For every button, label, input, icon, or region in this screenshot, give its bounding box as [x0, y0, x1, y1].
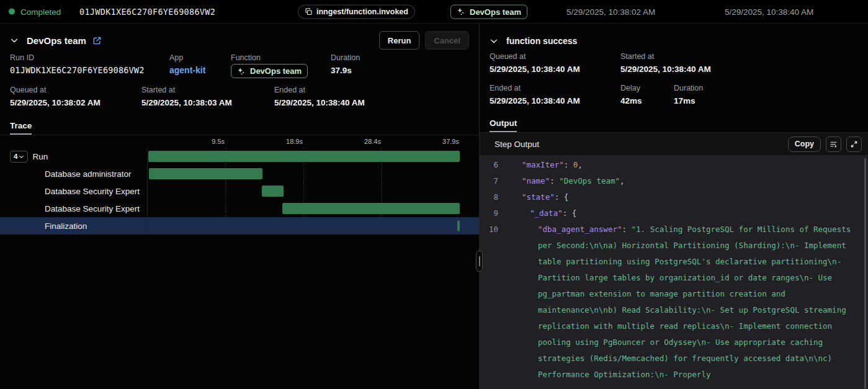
- expand-icon[interactable]: [846, 136, 862, 152]
- event-badge-label: inngest/function.invoked: [316, 7, 408, 16]
- step-meta-row-2: Ended at 5/29/2025, 10:38:40 AM Delay 42…: [480, 83, 868, 114]
- left-tabs: Trace: [0, 117, 479, 135]
- code-line: 10"dba_agent_answer": "1. Scaling Postgr…: [480, 221, 868, 383]
- ended-at-field: Ended at 5/29/2025, 10:38:40 AM: [274, 86, 365, 109]
- tab-output[interactable]: Output: [490, 118, 517, 132]
- gridline: [303, 217, 304, 235]
- trace-row-timeline: [147, 182, 460, 200]
- trace-row-label-cell: 4Run: [0, 148, 147, 165]
- function-badge[interactable]: DevOps team: [450, 4, 527, 19]
- trace-row-label-cell: Finalization: [0, 217, 147, 235]
- trace-row-label: Run: [32, 152, 48, 161]
- trace-row-label: Database administrator: [45, 169, 132, 179]
- event-badge[interactable]: inngest/function.invoked: [298, 4, 415, 19]
- line-number: 9: [480, 205, 498, 221]
- span-bar[interactable]: [262, 186, 283, 197]
- duration-field: Duration 17ms: [674, 84, 703, 107]
- cancel-button[interactable]: Cancel: [425, 31, 469, 50]
- trace-axis: 9.5s18.9s28.4s37.9s: [0, 137, 479, 148]
- trace-axis-line: [147, 148, 148, 235]
- external-link-icon[interactable]: [92, 36, 102, 45]
- started-at-field: Started at 5/29/2025, 10:38:40 AM: [620, 52, 711, 75]
- duration-value: 37.9s: [331, 65, 360, 76]
- trace-row-label-cell: Database administrator: [0, 165, 147, 182]
- trace-row[interactable]: Database administrator: [0, 165, 479, 182]
- panel-resize-handle[interactable]: [476, 251, 483, 272]
- code-line: 8"state": {: [480, 189, 868, 205]
- run-title: DevOps team: [27, 35, 86, 46]
- copy-button[interactable]: Copy: [788, 136, 821, 152]
- code-line: 9"_data": {: [480, 205, 868, 221]
- gridline: [382, 217, 382, 235]
- run-id-field: Run ID 01JWDK1XE6C270F6YE69086VW2: [10, 53, 145, 76]
- status-label: Completed: [20, 7, 61, 16]
- ended-at-field: Ended at 5/29/2025, 10:38:40 AM: [490, 84, 580, 107]
- run-id-value: 01JWDK1XE6C270F6YE69086VW2: [10, 65, 145, 76]
- trace-row-timeline: [147, 200, 460, 217]
- code-line: 7"name": "DevOps team",: [480, 173, 868, 189]
- gridline: [382, 182, 382, 200]
- trace-row[interactable]: Database Security Expert: [0, 200, 479, 217]
- span-bar[interactable]: [282, 203, 460, 214]
- trace-row[interactable]: Database Security Expert: [0, 182, 479, 200]
- run-meta-row-2: Queued at 5/29/2025, 10:38:02 AM Started…: [0, 84, 479, 117]
- step-title: function success: [506, 36, 577, 46]
- line-number: 10: [480, 221, 498, 383]
- code-scrollbar[interactable]: [864, 158, 866, 389]
- line-number: 7: [480, 173, 498, 189]
- function-field: Function DevOps team: [231, 53, 308, 78]
- run-header-bar: Completed 01JWDK1XE6C270F6YE69086VW2 inn…: [0, 0, 868, 24]
- trace-row-timeline: [147, 217, 460, 235]
- status-dot-icon: [9, 9, 15, 15]
- run-id-text: 01JWDK1XE6C270F6YE69086VW2: [79, 7, 215, 17]
- trace-row-timeline: [147, 148, 460, 165]
- gridline: [303, 182, 304, 200]
- step-meta-row-1: Queued at 5/29/2025, 10:38:40 AM Started…: [480, 51, 868, 83]
- trace-row[interactable]: Finalization: [0, 217, 479, 235]
- trace-chart: 9.5s18.9s28.4s37.9s 4RunDatabase adminis…: [0, 137, 479, 235]
- step-details-panel: function success Queued at 5/29/2025, 10…: [480, 24, 868, 389]
- sparkle-icon: [237, 67, 246, 76]
- trace-row-timeline: [147, 165, 460, 182]
- copy-event-icon: [305, 7, 313, 16]
- trace-tick-label: 18.9s: [286, 138, 303, 145]
- word-wrap-icon[interactable]: [826, 136, 841, 152]
- collapse-chevron-icon[interactable]: [490, 37, 498, 45]
- code-content: "maxIter": 0,: [522, 157, 859, 173]
- expand-steps-button[interactable]: 4: [10, 151, 28, 163]
- gridline: [225, 182, 226, 200]
- app-link[interactable]: agent-kit: [169, 65, 205, 75]
- trace-row-label-cell: Database Security Expert: [0, 200, 147, 217]
- trace-tick-label: 37.9s: [442, 138, 460, 145]
- function-badge-label: DevOps team: [250, 66, 302, 76]
- trace-row-label: Finalization: [45, 221, 87, 231]
- expand-count: 4: [14, 153, 17, 160]
- code-line: 6"maxIter": 0,: [480, 157, 868, 173]
- gridline: [303, 165, 304, 182]
- step-output-title: Step Output: [494, 140, 783, 149]
- gridline: [382, 165, 382, 182]
- code-content: "name": "DevOps team",: [522, 173, 859, 189]
- collapse-chevron-icon[interactable]: [10, 36, 19, 45]
- span-bar[interactable]: [149, 168, 263, 179]
- queued-at-field: Queued at 5/29/2025, 10:38:02 AM: [10, 86, 101, 109]
- trace-row-label: Database Security Expert: [45, 187, 140, 196]
- trace-row-label-cell: Database Security Expert: [0, 182, 147, 200]
- duration-field: Duration 37.9s: [331, 53, 360, 76]
- function-badge-label: DevOps team: [470, 7, 521, 16]
- span-bar[interactable]: [148, 151, 460, 162]
- line-number: 8: [480, 189, 498, 205]
- tab-trace[interactable]: Trace: [10, 121, 32, 135]
- span-bar[interactable]: [457, 220, 460, 231]
- chevron-down-icon: [19, 154, 24, 159]
- run-meta-row-1: Run ID 01JWDK1XE6C270F6YE69086VW2 App ag…: [0, 52, 479, 84]
- run-details-panel: DevOps team Rerun Cancel Run ID 01JWDK1X…: [0, 24, 479, 389]
- gridline: [225, 217, 226, 235]
- code-content: "dba_agent_answer": "1. Scaling PostgreS…: [522, 221, 859, 383]
- run-status: Completed: [9, 7, 61, 16]
- trace-row[interactable]: 4Run: [0, 148, 479, 165]
- trace-tick-label: 9.5s: [212, 138, 225, 145]
- step-output-code[interactable]: 6"maxIter": 0,7"name": "DevOps team",8"s…: [480, 156, 868, 389]
- rerun-button[interactable]: Rerun: [379, 31, 420, 50]
- function-badge[interactable]: DevOps team: [231, 64, 308, 78]
